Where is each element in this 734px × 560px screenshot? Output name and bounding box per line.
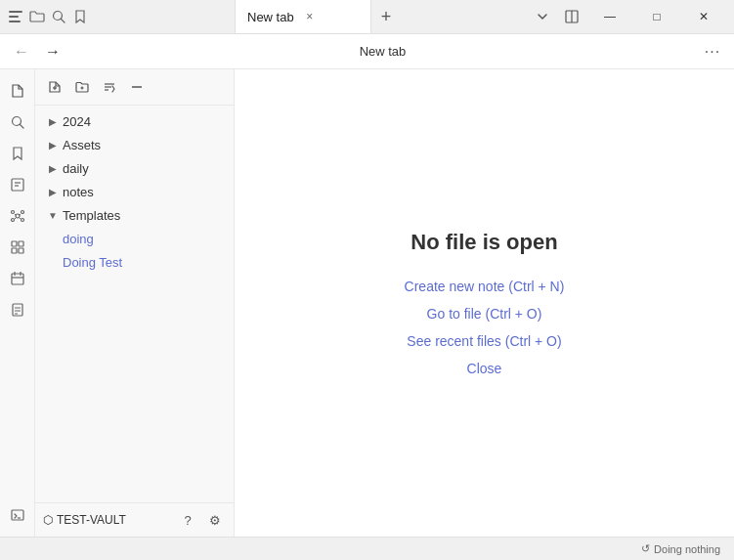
minimize-button[interactable]: — xyxy=(587,0,632,34)
svg-line-19 xyxy=(15,218,17,220)
tree-item-doing-test[interactable]: Doing Test xyxy=(35,250,234,274)
files-sidebar-icon[interactable] xyxy=(4,77,31,105)
file-label: doing xyxy=(63,232,226,246)
svg-rect-23 xyxy=(12,248,17,253)
svg-line-17 xyxy=(15,215,17,216)
svg-rect-9 xyxy=(12,179,23,191)
vault-info[interactable]: ⬡ TEST-VAULT xyxy=(43,513,171,527)
active-tab[interactable]: New tab × xyxy=(235,0,371,33)
folder-label: Assets xyxy=(63,138,226,152)
svg-point-15 xyxy=(11,219,14,222)
folder-label: daily xyxy=(63,161,226,176)
new-note-button[interactable] xyxy=(43,75,66,99)
svg-line-18 xyxy=(19,215,21,216)
maximize-button[interactable]: □ xyxy=(634,0,679,34)
tree-item-assets[interactable]: ▶ Assets xyxy=(35,133,234,156)
folder-label: notes xyxy=(63,185,226,199)
file-explorer-panel: ▶ 2024 ▶ Assets ▶ daily ▶ notes ▼ Templa… xyxy=(35,69,235,537)
no-file-heading: No file is open xyxy=(410,230,557,255)
chevron-icon: ▶ xyxy=(47,163,59,174)
back-button[interactable]: ← xyxy=(8,38,35,65)
collapse-all-button[interactable] xyxy=(125,75,149,99)
tab-close-button[interactable]: × xyxy=(302,9,318,24)
graph-sidebar-icon[interactable] xyxy=(4,202,31,230)
file-label: Doing Test xyxy=(63,255,226,270)
folder-label: 2024 xyxy=(63,114,226,129)
tree-item-notes[interactable]: ▶ notes xyxy=(35,180,234,203)
search-titlebar-icon[interactable] xyxy=(51,9,66,24)
svg-rect-1 xyxy=(9,16,19,18)
window-controls: — □ ✕ xyxy=(521,0,734,34)
create-new-note-link[interactable]: Create new note (Ctrl + N) xyxy=(405,279,565,294)
chevron-icon: ▶ xyxy=(47,140,59,151)
chevron-icon: ▶ xyxy=(47,187,59,197)
status-item-doing-nothing: ↺ Doing nothing xyxy=(635,542,726,555)
app-icon xyxy=(8,9,23,24)
bookmark-titlebar-icon[interactable] xyxy=(72,9,88,24)
svg-rect-25 xyxy=(12,274,23,284)
more-options-button[interactable]: ··· xyxy=(699,38,726,65)
calendar-sidebar-icon[interactable] xyxy=(4,265,31,292)
recent-files-link[interactable]: See recent files (Ctrl + O) xyxy=(407,333,561,349)
search-sidebar-icon[interactable] xyxy=(4,108,31,136)
close-button[interactable]: ✕ xyxy=(681,0,726,34)
svg-point-14 xyxy=(21,211,23,214)
address-bar: ← → New tab ··· xyxy=(0,34,734,69)
terminal-sidebar-icon[interactable] xyxy=(4,501,31,529)
page-title: New tab xyxy=(70,44,695,59)
file-panel-toolbar xyxy=(35,69,234,106)
bookmark-sidebar-icon[interactable] xyxy=(4,140,31,167)
file-tree: ▶ 2024 ▶ Assets ▶ daily ▶ notes ▼ Templa… xyxy=(35,106,234,502)
status-icon: ↺ xyxy=(641,542,650,555)
vault-icon: ⬡ xyxy=(43,513,53,527)
svg-rect-2 xyxy=(9,21,21,22)
new-tab-button[interactable]: + xyxy=(371,2,401,31)
tree-item-templates[interactable]: ▼ Templates xyxy=(35,203,234,227)
editor-area: No file is open Create new note (Ctrl + … xyxy=(235,69,734,537)
chevron-icon: ▼ xyxy=(47,210,59,221)
svg-point-13 xyxy=(11,211,14,214)
file-panel-footer: ⬡ TEST-VAULT ? ⚙ xyxy=(35,502,234,537)
pages-sidebar-icon[interactable] xyxy=(4,296,31,323)
folder-icon[interactable] xyxy=(29,9,45,24)
dropdown-button[interactable] xyxy=(529,3,556,30)
title-bar: New tab × + — □ ✕ xyxy=(0,0,734,34)
tree-item-daily[interactable]: ▶ daily xyxy=(35,156,234,180)
folder-label: Templates xyxy=(63,208,226,223)
activity-bar xyxy=(0,69,35,537)
new-folder-button[interactable] xyxy=(70,75,94,99)
main-content: ▶ 2024 ▶ Assets ▶ daily ▶ notes ▼ Templa… xyxy=(0,69,734,537)
tree-item-2024[interactable]: ▶ 2024 xyxy=(35,109,234,133)
vault-label: TEST-VAULT xyxy=(57,513,126,527)
svg-rect-21 xyxy=(12,241,17,246)
editor-action-links: Create new note (Ctrl + N) Go to file (C… xyxy=(405,279,565,376)
status-label: Doing nothing xyxy=(654,543,720,555)
svg-rect-24 xyxy=(19,248,23,253)
split-view-button[interactable] xyxy=(558,3,585,30)
title-bar-left xyxy=(0,9,235,24)
close-link[interactable]: Close xyxy=(467,361,502,376)
help-button[interactable]: ? xyxy=(177,509,198,531)
svg-line-8 xyxy=(20,125,23,129)
svg-rect-22 xyxy=(19,241,23,246)
settings-button[interactable]: ⚙ xyxy=(204,509,226,531)
note-sidebar-icon[interactable] xyxy=(4,171,31,198)
widgets-sidebar-icon[interactable] xyxy=(4,234,31,261)
sort-button[interactable] xyxy=(98,75,121,99)
svg-rect-0 xyxy=(9,11,22,13)
svg-point-16 xyxy=(21,219,23,222)
forward-button[interactable]: → xyxy=(39,38,66,65)
tree-item-doing[interactable]: doing xyxy=(35,227,234,250)
status-bar: ↺ Doing nothing xyxy=(0,537,734,560)
svg-line-4 xyxy=(62,20,65,23)
chevron-icon: ▶ xyxy=(47,116,59,127)
tab-title: New tab xyxy=(247,10,294,24)
tab-bar: New tab × + xyxy=(235,0,521,33)
go-to-file-link[interactable]: Go to file (Ctrl + O) xyxy=(427,306,542,322)
svg-line-20 xyxy=(19,218,21,220)
